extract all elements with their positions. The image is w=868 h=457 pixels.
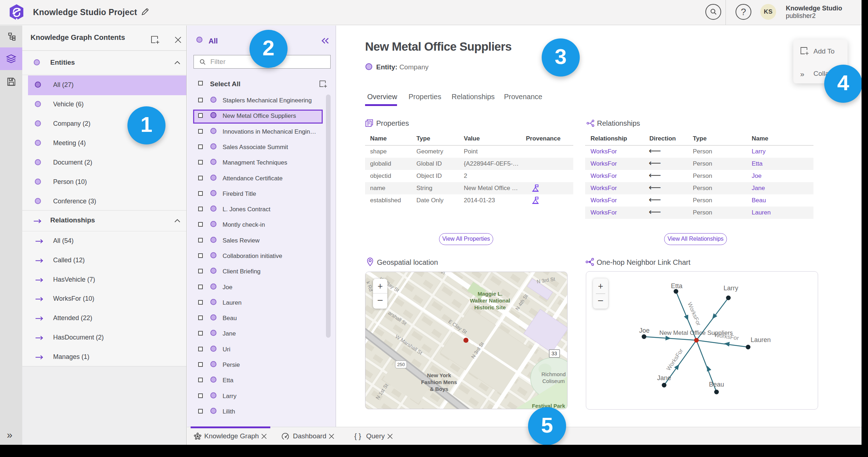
svg-text:Joe: Joe (639, 327, 649, 334)
svg-text:Larry: Larry (723, 285, 738, 292)
svg-text:250: 250 (397, 362, 405, 367)
svg-text:WorksFor: WorksFor (714, 332, 739, 341)
svg-text:Richmond: Richmond (541, 371, 566, 377)
svg-text:Etta: Etta (671, 282, 683, 290)
svg-text:WorksFor: WorksFor (665, 347, 684, 371)
svg-text:Lauren: Lauren (751, 336, 771, 343)
svg-text:New York: New York (427, 372, 452, 378)
svg-text:& Boys: & Boys (430, 386, 448, 392)
svg-text:Maggie L.: Maggie L. (477, 291, 502, 297)
svg-text:Historic Site: Historic Site (474, 304, 506, 310)
svg-text:Walker National: Walker National (470, 297, 510, 304)
svg-text:Beau: Beau (709, 381, 724, 388)
svg-text:Fashion Mens: Fashion Mens (421, 379, 457, 385)
svg-text:Jane: Jane (657, 374, 671, 382)
svg-text:33: 33 (551, 351, 557, 356)
svg-text:Coliseum: Coliseum (542, 378, 565, 384)
